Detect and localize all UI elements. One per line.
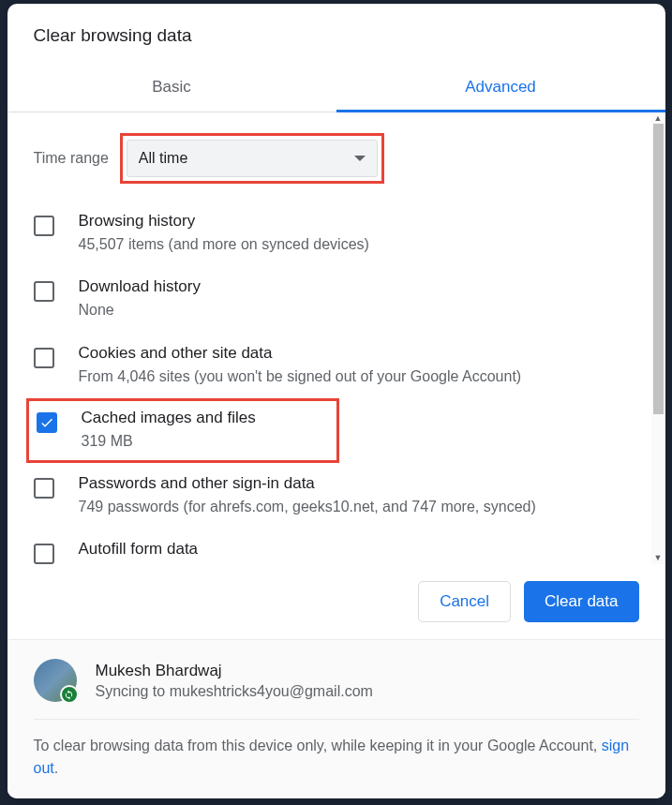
- time-range-select[interactable]: All time: [127, 140, 378, 177]
- option-title: Passwords and other sign-in data: [79, 474, 639, 493]
- option-subtitle: 45,507 items (and more on synced devices…: [79, 234, 639, 255]
- options-list: Browsing history 45,507 items (and more …: [7, 201, 665, 564]
- content-area: ▲ ▼ Time range All time Browsing hist: [7, 112, 665, 564]
- time-range-label: Time range: [34, 150, 109, 167]
- time-range-row: Time range All time: [7, 112, 665, 201]
- tabs: Basic Advanced: [7, 63, 665, 112]
- option-subtitle: From 4,046 sites (you won't be signed ou…: [79, 366, 639, 387]
- option-browsing-history: Browsing history 45,507 items (and more …: [34, 201, 639, 266]
- option-title: Cached images and files: [82, 409, 331, 427]
- option-text: Passwords and other sign-in data 749 pas…: [79, 474, 639, 517]
- option-text: Cookies and other site data From 4,046 s…: [79, 344, 639, 387]
- option-cookies: Cookies and other site data From 4,046 s…: [34, 333, 639, 398]
- sync-note-text: To clear browsing data from this device …: [34, 738, 602, 753]
- sync-badge-icon: [60, 685, 79, 704]
- option-text: Browsing history 45,507 items (and more …: [79, 212, 639, 255]
- scroll-up-icon[interactable]: ▲: [654, 114, 663, 123]
- checkbox-autofill[interactable]: [34, 544, 54, 564]
- option-autofill: Autofill form data: [34, 529, 639, 564]
- clear-data-button[interactable]: Clear data: [524, 581, 638, 622]
- checkbox-download-history[interactable]: [34, 281, 54, 302]
- sync-note: To clear browsing data from this device …: [34, 735, 639, 780]
- tab-advanced[interactable]: Advanced: [336, 63, 665, 112]
- option-text: Download history None: [79, 277, 639, 321]
- option-subtitle: None: [79, 300, 639, 321]
- checkbox-cached[interactable]: [37, 412, 57, 433]
- option-download-history: Download history None: [34, 266, 639, 332]
- sync-info: Mukesh Bhardwaj Syncing to mukeshtricks4…: [96, 662, 373, 700]
- option-subtitle: 749 passwords (for ahrefs.com, geeks10.n…: [79, 497, 639, 517]
- tab-basic[interactable]: Basic: [7, 63, 336, 112]
- checkbox-browsing-history[interactable]: [34, 216, 54, 236]
- scrollbar[interactable]: ▲ ▼: [651, 112, 665, 564]
- sync-section: Mukesh Bhardwaj Syncing to mukeshtricks4…: [7, 639, 665, 798]
- option-text: Cached images and files 319 MB: [82, 409, 331, 452]
- option-passwords: Passwords and other sign-in data 749 pas…: [34, 463, 639, 529]
- option-title: Autofill form data: [79, 540, 639, 559]
- option-subtitle: 319 MB: [82, 431, 331, 452]
- avatar: [34, 659, 77, 702]
- dialog-footer: Cancel Clear data: [7, 564, 665, 639]
- option-title: Download history: [79, 277, 639, 296]
- time-range-value: All time: [139, 150, 187, 167]
- checkbox-cookies[interactable]: [34, 348, 54, 368]
- option-text: Autofill form data: [79, 540, 639, 562]
- scroll-content: Time range All time Browsing history 45,…: [7, 112, 665, 564]
- clear-browsing-data-dialog: Clear browsing data Basic Advanced ▲ ▼ T…: [7, 4, 665, 798]
- sync-user-name: Mukesh Bhardwaj: [96, 662, 373, 680]
- scroll-down-icon[interactable]: ▼: [654, 554, 663, 562]
- sync-status: Syncing to mukeshtricks4you@gmail.com: [96, 683, 373, 700]
- scrollbar-thumb[interactable]: [653, 124, 664, 414]
- sync-note-end: .: [54, 760, 58, 776]
- annotation-highlight-cached: Cached images and files 319 MB: [26, 398, 339, 462]
- chevron-down-icon: [354, 156, 366, 161]
- option-title: Browsing history: [79, 212, 639, 231]
- checkbox-passwords[interactable]: [34, 478, 54, 499]
- dialog-title: Clear browsing data: [7, 4, 665, 63]
- annotation-highlight-time-range: All time: [120, 133, 384, 184]
- sync-header: Mukesh Bhardwaj Syncing to mukeshtricks4…: [34, 659, 639, 720]
- cancel-button[interactable]: Cancel: [418, 581, 511, 622]
- option-title: Cookies and other site data: [79, 344, 639, 363]
- checkmark-icon: [39, 415, 54, 430]
